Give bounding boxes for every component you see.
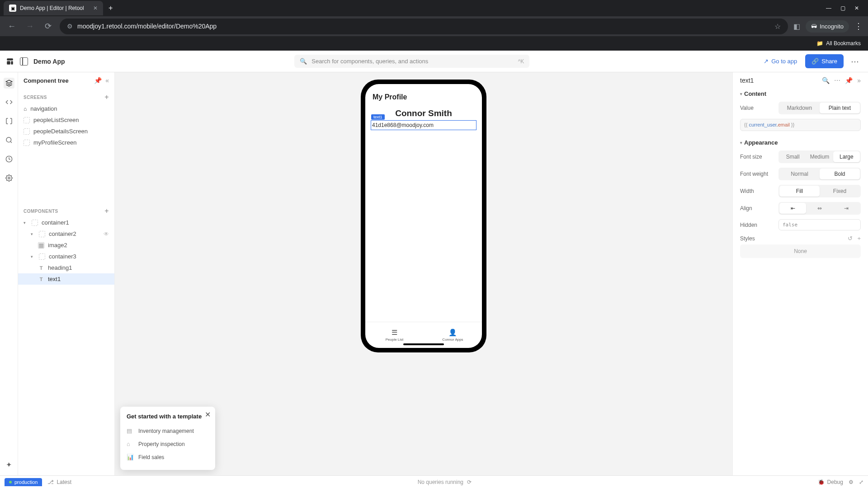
- minimize-icon[interactable]: —: [826, 5, 831, 11]
- new-tab-button[interactable]: +: [108, 4, 113, 12]
- go-to-app-button[interactable]: ↗ Go to app: [759, 55, 802, 67]
- rail-code-icon[interactable]: [4, 97, 14, 108]
- screen-navigation[interactable]: ⌂ navigation: [18, 103, 114, 114]
- side-panel-icon[interactable]: ◧: [793, 22, 800, 31]
- align-toggle: ⇤ ⇔ ⇥: [778, 202, 861, 215]
- template-inventory[interactable]: ▤ Inventory management: [127, 424, 209, 437]
- more-options-icon[interactable]: ⋯: [847, 55, 863, 68]
- comp-container1[interactable]: ▾ container1: [18, 217, 114, 228]
- styles-none-box[interactable]: None: [740, 244, 861, 258]
- page-title: My Profile: [373, 93, 475, 101]
- caret-icon[interactable]: ▾: [24, 221, 28, 225]
- url-input[interactable]: ⚙ moodjoy1.retool.com/mobile/editor/Demo…: [60, 19, 788, 34]
- maximize-icon[interactable]: ▢: [840, 5, 845, 11]
- plaintext-option[interactable]: Plain text: [820, 103, 860, 113]
- inspector-expand-icon[interactable]: »: [857, 77, 861, 84]
- forward-icon[interactable]: →: [24, 22, 36, 31]
- panel-header: Component tree 📌 «: [18, 72, 114, 89]
- incognito-icon: 🕶: [811, 23, 817, 30]
- rail-settings-icon[interactable]: [4, 173, 14, 183]
- visibility-icon[interactable]: 👁: [104, 231, 109, 237]
- close-popup-icon[interactable]: ✕: [205, 410, 211, 419]
- caret-icon[interactable]: ▾: [31, 232, 35, 236]
- site-settings-icon[interactable]: ⚙: [67, 23, 73, 30]
- collapse-icon[interactable]: «: [105, 77, 109, 84]
- comp-container2[interactable]: ▾ container2 👁: [18, 228, 114, 239]
- align-right-icon[interactable]: ⇥: [833, 203, 860, 214]
- template-field-sales[interactable]: 📊 Field sales: [127, 450, 209, 464]
- fontsize-small[interactable]: Small: [779, 151, 806, 162]
- profile-name-heading[interactable]: Connor Smith: [371, 108, 476, 118]
- hidden-input[interactable]: [778, 219, 861, 230]
- container-icon: [39, 231, 45, 237]
- styles-reset-icon[interactable]: ↺: [848, 235, 853, 242]
- share-button[interactable]: 🔗 Share: [805, 54, 844, 68]
- expand-panel-icon[interactable]: ⤢: [859, 479, 863, 485]
- fontweight-normal[interactable]: Normal: [779, 169, 820, 179]
- selected-component[interactable]: text1 41d1e868@moodjoy.com: [371, 120, 476, 130]
- markdown-option[interactable]: Markdown: [779, 103, 820, 113]
- link-icon: 🔗: [811, 58, 819, 65]
- component-tag: text1: [371, 114, 385, 120]
- value-mode-toggle: Markdown Plain text: [778, 102, 861, 114]
- content-heading[interactable]: Content: [740, 90, 861, 97]
- caret-icon[interactable]: ▾: [31, 254, 35, 259]
- width-fixed[interactable]: Fixed: [820, 186, 860, 197]
- rail-search-icon[interactable]: [4, 135, 14, 145]
- comp-container3[interactable]: ▾ container3: [18, 251, 114, 262]
- template-property[interactable]: ⌂ Property inspection: [127, 437, 209, 450]
- comp-image2[interactable]: ▦ image2: [18, 239, 114, 251]
- align-center-icon[interactable]: ⇔: [806, 203, 833, 214]
- add-screen-button[interactable]: +: [104, 93, 109, 101]
- all-bookmarks-link[interactable]: All Bookmarks: [826, 40, 861, 47]
- styles-add-icon[interactable]: +: [857, 235, 861, 242]
- add-component-button[interactable]: +: [104, 207, 109, 215]
- inspector-more-icon[interactable]: ⋯: [834, 77, 840, 84]
- refresh-icon[interactable]: ⟳: [467, 479, 472, 485]
- browser-tab[interactable]: ▣ Demo App | Editor | Retool ✕: [4, 1, 103, 15]
- inspector-title[interactable]: text1: [740, 77, 754, 84]
- reload-icon[interactable]: ⟳: [42, 21, 54, 31]
- app-name[interactable]: Demo App: [33, 58, 65, 65]
- list-icon: ☰: [392, 328, 397, 337]
- content-section: Content Value Markdown Plain text {{ cur…: [740, 90, 861, 131]
- comp-heading1[interactable]: T heading1: [18, 262, 114, 273]
- inspector-search-icon[interactable]: 🔍: [822, 77, 830, 84]
- bookmark-star-icon[interactable]: ☆: [774, 22, 781, 31]
- fontsize-large[interactable]: Large: [833, 151, 860, 162]
- comp-text1[interactable]: T text1: [18, 273, 114, 285]
- appearance-heading[interactable]: Appearance: [740, 139, 861, 146]
- fontweight-bold[interactable]: Bold: [820, 169, 860, 179]
- fontweight-toggle: Normal Bold: [778, 168, 861, 180]
- screen-people-details[interactable]: peopleDetailsScreen: [18, 126, 114, 137]
- retool-logo-icon[interactable]: [5, 57, 14, 66]
- width-row: Width Fill Fixed: [740, 185, 861, 197]
- toggle-panel-icon[interactable]: [20, 57, 28, 66]
- close-window-icon[interactable]: ✕: [854, 5, 859, 11]
- pin-icon[interactable]: 📌: [94, 77, 102, 84]
- svg-rect-0: [7, 58, 13, 61]
- align-left-icon[interactable]: ⇤: [779, 203, 806, 214]
- rail-layers-icon[interactable]: [4, 78, 14, 89]
- canvas[interactable]: My Profile Connor Smith text1 41d1e868@m…: [115, 72, 732, 475]
- screen-my-profile[interactable]: myProfileScreen: [18, 137, 114, 148]
- env-badge[interactable]: production: [5, 478, 42, 486]
- tab-close-icon[interactable]: ✕: [93, 5, 98, 11]
- incognito-badge[interactable]: 🕶 Incognito: [806, 20, 849, 33]
- rail-state-icon[interactable]: [4, 116, 14, 127]
- fontsize-medium[interactable]: Medium: [806, 151, 833, 162]
- rail-history-icon[interactable]: [4, 154, 14, 164]
- inventory-icon: ▤: [127, 427, 134, 434]
- inspector-unpin-icon[interactable]: 📌: [845, 77, 853, 84]
- browser-menu-icon[interactable]: ⋮: [854, 21, 863, 31]
- screen-people-list[interactable]: peopleListScreen: [18, 114, 114, 126]
- width-fill[interactable]: Fill: [779, 186, 820, 197]
- settings-small-icon[interactable]: ⚙: [849, 479, 854, 485]
- version-latest[interactable]: ⎇ Latest: [47, 479, 71, 485]
- bookmarks-bar: 📁 All Bookmarks: [0, 36, 868, 51]
- rail-ai-icon[interactable]: ✦: [4, 459, 14, 470]
- search-input[interactable]: 🔍 Search for components, queries, and ac…: [294, 55, 529, 68]
- back-icon[interactable]: ←: [5, 22, 18, 31]
- value-code-input[interactable]: {{ current_user.email }}: [740, 119, 861, 131]
- debug-button[interactable]: 🐞 Debug: [818, 479, 843, 485]
